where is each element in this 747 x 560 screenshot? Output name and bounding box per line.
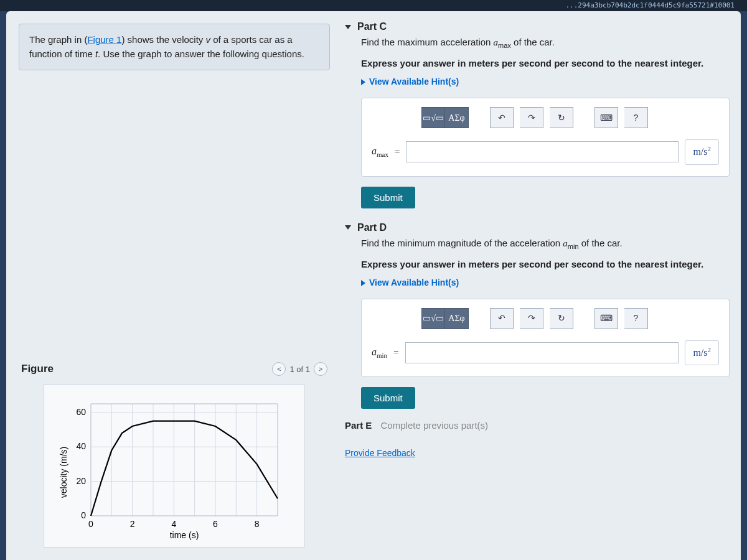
part-d-prompt: Find the minimum magnitude of the accele…: [361, 236, 730, 252]
amax-unit: m/s2: [685, 139, 719, 164]
problem-text: The graph in (: [29, 34, 87, 45]
x-tick: 4: [171, 519, 176, 529]
part-c-prompt: Find the maximum acceleration amax of th…: [361, 35, 730, 51]
part-c: Part C Find the maximum acceleration ama…: [345, 19, 730, 208]
problem-text: ) shows the velocity: [121, 34, 205, 45]
x-tick: 8: [255, 519, 260, 529]
keyboard-button[interactable]: ⌨: [594, 107, 618, 128]
part-c-answer-box: ▭√▭ ΑΣφ ↶ ↷ ↻ ⌨ ? amax =: [361, 98, 730, 176]
part-d-answer-box: ▭√▭ ΑΣφ ↶ ↷ ↻ ⌨ ? amin =: [361, 299, 730, 377]
part-e-label: Part E: [345, 420, 372, 431]
y-tick: 20: [76, 476, 86, 486]
part-d-submit-button[interactable]: Submit: [361, 387, 415, 409]
answer-toolbar: ▭√▭ ΑΣφ ↶ ↷ ↻ ⌨ ?: [372, 107, 719, 128]
undo-button[interactable]: ↶: [490, 107, 514, 128]
provide-feedback-link[interactable]: Provide Feedback: [345, 448, 730, 458]
figure-prev-button[interactable]: <: [272, 362, 286, 376]
velocity-chart: 0 20 40 60 0 2 4 6 8 time (s) velocity (…: [57, 398, 293, 541]
templates-button[interactable]: ▭√▭: [421, 107, 445, 128]
page-container: The graph in (Figure 1) shows the veloci…: [6, 11, 741, 560]
x-tick: 0: [88, 519, 93, 529]
figure-header: Figure < 1 of 1 >: [19, 358, 330, 385]
figure-panel: Figure < 1 of 1 >: [19, 358, 330, 548]
y-tick: 40: [76, 441, 86, 451]
amax-input[interactable]: [406, 141, 679, 162]
amin-input[interactable]: [405, 342, 679, 363]
variable-v: v: [205, 34, 210, 45]
templates-button[interactable]: ▭√▭: [421, 308, 445, 329]
part-e-message: Complete previous part(s): [381, 420, 489, 431]
amax-label: amax: [372, 144, 388, 160]
y-tick: 0: [81, 510, 86, 520]
url-fragment: ...294a3bcb704b2dc1f0444d5c9fa55721#1000…: [0, 0, 747, 11]
problem-statement: The graph in (Figure 1) shows the veloci…: [19, 24, 330, 70]
caret-right-icon: [361, 79, 365, 85]
part-c-instruction: Express your answer in meters per second…: [361, 56, 730, 70]
part-d-label: Part D: [357, 222, 387, 233]
figure-nav: < 1 of 1 >: [272, 362, 327, 376]
chart-area: 0 20 40 60 0 2 4 6 8 time (s) velocity (…: [44, 385, 305, 548]
reset-button[interactable]: ↻: [550, 107, 573, 128]
reset-button[interactable]: ↻: [550, 308, 573, 329]
caret-down-icon: [345, 25, 351, 29]
part-c-label: Part C: [357, 21, 387, 32]
caret-right-icon: [361, 280, 365, 286]
caret-down-icon: [345, 225, 351, 230]
part-e: Part E Complete previous part(s): [345, 420, 730, 431]
part-d-hints-toggle[interactable]: View Available Hint(s): [361, 276, 459, 290]
help-button[interactable]: ?: [624, 308, 648, 329]
part-c-answer-row: amax = m/s2: [372, 139, 719, 164]
greek-button[interactable]: ΑΣφ: [445, 107, 469, 128]
part-d: Part D Find the minimum magnitude of the…: [345, 220, 730, 409]
figure-link[interactable]: Figure 1: [87, 34, 121, 45]
x-axis-label: time (s): [170, 530, 199, 540]
part-c-submit-button[interactable]: Submit: [361, 187, 415, 208]
part-d-answer-row: amin = m/s2: [372, 340, 719, 365]
part-d-instruction: Express your answer in meters per second…: [361, 257, 730, 271]
answer-toolbar: ▭√▭ ΑΣφ ↶ ↷ ↻ ⌨ ?: [372, 308, 719, 329]
hint-label: View Available Hint(s): [369, 75, 459, 89]
part-d-body: Find the minimum magnitude of the accele…: [345, 236, 730, 409]
equals: =: [393, 345, 398, 360]
undo-button[interactable]: ↶: [490, 308, 514, 329]
amin-unit: m/s2: [685, 340, 719, 365]
y-tick: 60: [76, 407, 86, 417]
part-c-header[interactable]: Part C: [345, 19, 730, 35]
x-tick: 6: [213, 519, 218, 529]
problem-text: . Use the graph to answer the following …: [98, 49, 304, 59]
figure-title: Figure: [21, 363, 54, 375]
part-c-hints-toggle[interactable]: View Available Hint(s): [361, 75, 459, 89]
greek-button[interactable]: ΑΣφ: [445, 308, 469, 329]
amin-label: amin: [372, 345, 387, 361]
keyboard-button[interactable]: ⌨: [594, 308, 618, 329]
redo-button[interactable]: ↷: [520, 308, 543, 329]
part-d-header[interactable]: Part D: [345, 220, 730, 236]
right-column: Part C Find the maximum acceleration ama…: [342, 11, 741, 560]
left-column: The graph in (Figure 1) shows the veloci…: [6, 11, 342, 560]
figure-counter: 1 of 1: [289, 365, 310, 374]
figure-next-button[interactable]: >: [314, 362, 327, 376]
redo-button[interactable]: ↷: [520, 107, 543, 128]
y-axis-label: velocity (m/s): [59, 447, 68, 498]
x-tick: 2: [130, 519, 135, 529]
hint-label: View Available Hint(s): [369, 276, 459, 290]
part-c-body: Find the maximum acceleration amax of th…: [345, 35, 730, 208]
equals: =: [395, 145, 400, 159]
help-button[interactable]: ?: [624, 107, 648, 128]
